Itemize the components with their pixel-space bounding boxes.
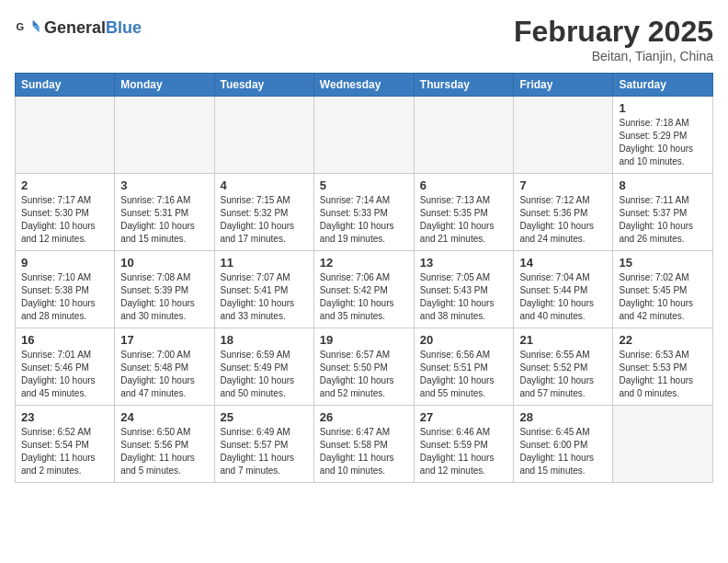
day-detail: Sunrise: 6:55 AM Sunset: 5:52 PM Dayligh… [519, 349, 607, 400]
day-number: 2 [21, 178, 108, 192]
day-detail: Sunrise: 6:56 AM Sunset: 5:51 PM Dayligh… [420, 349, 508, 400]
day-detail: Sunrise: 7:15 AM Sunset: 5:32 PM Dayligh… [221, 194, 308, 246]
location: Beitan, Tianjin, China [514, 49, 713, 63]
day-detail: Sunrise: 6:59 AM Sunset: 5:49 PM Dayligh… [221, 349, 308, 400]
calendar-cell [313, 97, 414, 174]
day-number: 8 [619, 178, 707, 192]
logo-blue: Blue [106, 18, 142, 37]
day-number: 9 [21, 256, 108, 270]
calendar-cell: 7Sunrise: 7:12 AM Sunset: 5:36 PM Daylig… [514, 174, 613, 251]
day-number: 23 [21, 410, 108, 424]
day-detail: Sunrise: 6:49 AM Sunset: 5:57 PM Dayligh… [221, 426, 308, 477]
day-number: 27 [420, 410, 508, 424]
day-detail: Sunrise: 7:11 AM Sunset: 5:37 PM Dayligh… [619, 194, 707, 246]
calendar-cell: 3Sunrise: 7:16 AM Sunset: 5:31 PM Daylig… [115, 174, 214, 251]
day-detail: Sunrise: 7:12 AM Sunset: 5:36 PM Dayligh… [519, 194, 607, 246]
day-detail: Sunrise: 6:52 AM Sunset: 5:54 PM Dayligh… [21, 426, 108, 477]
day-number: 13 [420, 256, 508, 270]
page-header: G GeneralBlue February 2025 Beitan, Tian… [15, 15, 713, 63]
calendar-cell: 8Sunrise: 7:11 AM Sunset: 5:37 PM Daylig… [613, 174, 713, 251]
day-detail: Sunrise: 7:10 AM Sunset: 5:38 PM Dayligh… [21, 271, 108, 323]
calendar-cell: 4Sunrise: 7:15 AM Sunset: 5:32 PM Daylig… [214, 174, 313, 251]
calendar-cell [16, 97, 115, 174]
day-number: 4 [221, 178, 308, 192]
calendar-cell: 19Sunrise: 6:57 AM Sunset: 5:50 PM Dayli… [313, 328, 414, 406]
day-detail: Sunrise: 7:14 AM Sunset: 5:33 PM Dayligh… [320, 194, 408, 246]
title-block: February 2025 Beitan, Tianjin, China [514, 15, 713, 63]
calendar-cell: 21Sunrise: 6:55 AM Sunset: 5:52 PM Dayli… [514, 328, 613, 406]
calendar-cell: 22Sunrise: 6:53 AM Sunset: 5:53 PM Dayli… [613, 328, 713, 406]
column-header-friday: Friday [514, 74, 613, 97]
logo-general: General [44, 18, 106, 37]
day-detail: Sunrise: 6:47 AM Sunset: 5:58 PM Dayligh… [320, 426, 408, 477]
day-number: 18 [221, 333, 308, 347]
calendar-week-row: 23Sunrise: 6:52 AM Sunset: 5:54 PM Dayli… [16, 406, 713, 483]
day-number: 16 [21, 333, 108, 347]
calendar-week-row: 2Sunrise: 7:17 AM Sunset: 5:30 PM Daylig… [16, 174, 713, 251]
calendar-cell [613, 406, 713, 483]
day-number: 12 [320, 256, 408, 270]
calendar-cell: 2Sunrise: 7:17 AM Sunset: 5:30 PM Daylig… [16, 174, 115, 251]
calendar-cell: 24Sunrise: 6:50 AM Sunset: 5:56 PM Dayli… [115, 406, 214, 483]
calendar-cell: 11Sunrise: 7:07 AM Sunset: 5:41 PM Dayli… [214, 251, 313, 328]
day-number: 7 [519, 178, 607, 192]
logo: G GeneralBlue [15, 15, 142, 40]
calendar-cell: 23Sunrise: 6:52 AM Sunset: 5:54 PM Dayli… [16, 406, 115, 483]
calendar-cell: 13Sunrise: 7:05 AM Sunset: 5:43 PM Dayli… [414, 251, 514, 328]
column-header-monday: Monday [115, 74, 214, 97]
day-detail: Sunrise: 6:50 AM Sunset: 5:56 PM Dayligh… [120, 426, 208, 477]
day-detail: Sunrise: 7:16 AM Sunset: 5:31 PM Dayligh… [120, 194, 208, 246]
day-detail: Sunrise: 7:08 AM Sunset: 5:39 PM Dayligh… [120, 271, 208, 323]
calendar-cell [115, 97, 214, 174]
svg-marker-2 [33, 27, 40, 33]
calendar-cell: 25Sunrise: 6:49 AM Sunset: 5:57 PM Dayli… [214, 406, 313, 483]
calendar-cell: 9Sunrise: 7:10 AM Sunset: 5:38 PM Daylig… [16, 251, 115, 328]
day-number: 28 [519, 410, 607, 424]
calendar-cell: 6Sunrise: 7:13 AM Sunset: 5:35 PM Daylig… [414, 174, 514, 251]
day-detail: Sunrise: 7:01 AM Sunset: 5:46 PM Dayligh… [21, 349, 108, 400]
day-detail: Sunrise: 7:07 AM Sunset: 5:41 PM Dayligh… [221, 271, 308, 323]
calendar-cell: 1Sunrise: 7:18 AM Sunset: 5:29 PM Daylig… [613, 97, 713, 174]
day-number: 3 [120, 178, 208, 192]
column-header-thursday: Thursday [414, 74, 514, 97]
column-header-tuesday: Tuesday [214, 74, 313, 97]
day-number: 1 [619, 101, 707, 115]
column-header-wednesday: Wednesday [313, 74, 414, 97]
day-detail: Sunrise: 7:00 AM Sunset: 5:48 PM Dayligh… [120, 349, 208, 400]
day-number: 20 [420, 333, 508, 347]
day-detail: Sunrise: 7:17 AM Sunset: 5:30 PM Dayligh… [21, 194, 108, 246]
day-number: 14 [519, 256, 607, 270]
calendar-week-row: 1Sunrise: 7:18 AM Sunset: 5:29 PM Daylig… [16, 97, 713, 174]
calendar-cell: 17Sunrise: 7:00 AM Sunset: 5:48 PM Dayli… [115, 328, 214, 406]
day-detail: Sunrise: 6:57 AM Sunset: 5:50 PM Dayligh… [320, 349, 408, 400]
svg-text:G: G [16, 21, 24, 32]
day-detail: Sunrise: 7:04 AM Sunset: 5:44 PM Dayligh… [519, 271, 607, 323]
calendar-cell: 14Sunrise: 7:04 AM Sunset: 5:44 PM Dayli… [514, 251, 613, 328]
day-number: 26 [320, 410, 408, 424]
day-number: 21 [519, 333, 607, 347]
calendar-cell: 28Sunrise: 6:45 AM Sunset: 6:00 PM Dayli… [514, 406, 613, 483]
logo-text: GeneralBlue [44, 18, 142, 38]
calendar-cell: 10Sunrise: 7:08 AM Sunset: 5:39 PM Dayli… [115, 251, 214, 328]
calendar-cell [214, 97, 313, 174]
column-header-saturday: Saturday [613, 74, 713, 97]
day-number: 17 [120, 333, 208, 347]
day-detail: Sunrise: 7:02 AM Sunset: 5:45 PM Dayligh… [619, 271, 707, 323]
column-header-sunday: Sunday [16, 74, 115, 97]
calendar-cell [514, 97, 613, 174]
day-number: 24 [120, 410, 208, 424]
calendar-header-row: SundayMondayTuesdayWednesdayThursdayFrid… [16, 74, 713, 97]
svg-marker-1 [33, 20, 40, 27]
day-number: 15 [619, 256, 707, 270]
calendar-cell: 27Sunrise: 6:46 AM Sunset: 5:59 PM Dayli… [414, 406, 514, 483]
calendar-cell [414, 97, 514, 174]
calendar-cell: 26Sunrise: 6:47 AM Sunset: 5:58 PM Dayli… [313, 406, 414, 483]
day-detail: Sunrise: 6:46 AM Sunset: 5:59 PM Dayligh… [420, 426, 508, 477]
day-number: 25 [221, 410, 308, 424]
day-detail: Sunrise: 6:45 AM Sunset: 6:00 PM Dayligh… [519, 426, 607, 477]
day-number: 6 [420, 178, 508, 192]
day-number: 11 [221, 256, 308, 270]
day-detail: Sunrise: 7:13 AM Sunset: 5:35 PM Dayligh… [420, 194, 508, 246]
day-detail: Sunrise: 6:53 AM Sunset: 5:53 PM Dayligh… [619, 349, 707, 400]
day-detail: Sunrise: 7:18 AM Sunset: 5:29 PM Dayligh… [619, 117, 707, 168]
